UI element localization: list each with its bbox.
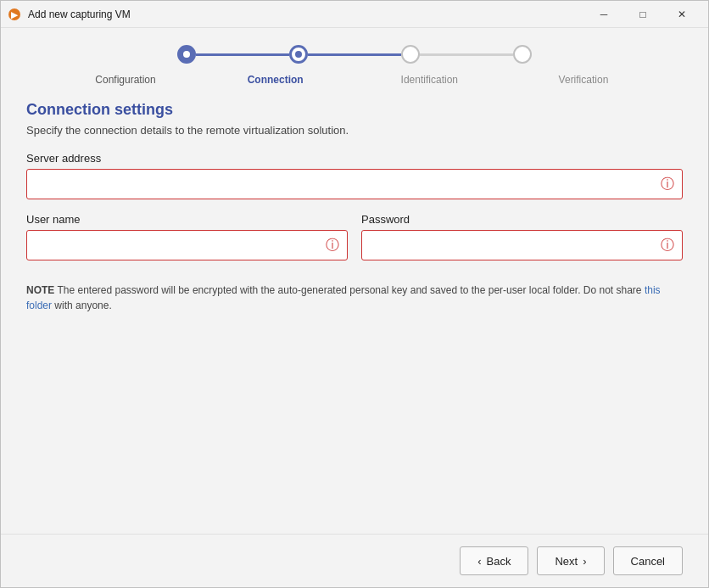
section-description: Specify the connection details to the re… (26, 124, 683, 137)
step-label-verification: Verification (550, 74, 617, 86)
password-label: Password (361, 213, 683, 226)
back-label: Back (487, 555, 511, 568)
svg-point-2 (183, 51, 190, 58)
minimize-button[interactable]: ─ (584, 1, 623, 28)
credentials-row: User name ⓘ Password ⓘ (26, 213, 683, 274)
step-verification (513, 45, 532, 64)
maximize-button[interactable]: □ (623, 1, 662, 28)
cancel-label: Cancel (631, 555, 665, 568)
step-labels-row: Configuration Connection Identification … (109, 69, 600, 86)
window-title: Add new capturing VM (28, 8, 584, 20)
password-input-wrapper: ⓘ (361, 230, 683, 260)
app-icon: ▶ (8, 8, 21, 21)
password-field-group: Password ⓘ (361, 213, 683, 260)
section-title: Connection settings (26, 101, 683, 119)
user-name-field-group: User name ⓘ (26, 213, 348, 260)
stepper (177, 45, 532, 64)
user-name-label: User name (26, 213, 348, 226)
chevron-right-icon: › (583, 555, 586, 568)
footer: ‹ Back Next › Cancel (1, 534, 708, 587)
note-suffix: with anyone. (52, 300, 112, 311)
note-label: NOTE (26, 284, 54, 296)
note-text: The entered password will be encrypted w… (54, 284, 645, 296)
svg-text:▶: ▶ (11, 10, 19, 20)
next-label: Next (555, 555, 578, 568)
next-button[interactable]: Next › (537, 546, 604, 575)
connector-2 (308, 53, 401, 56)
server-address-field-group: Server address ⓘ (26, 152, 683, 199)
server-address-input-wrapper: ⓘ (26, 169, 683, 199)
step-circle-connection (289, 45, 308, 64)
password-input[interactable] (361, 230, 683, 260)
step-circle-identification (401, 45, 420, 64)
back-button[interactable]: ‹ Back (460, 546, 528, 575)
step-label-connection: Connection (242, 74, 310, 86)
step-identification (401, 45, 420, 64)
step-label-configuration: Configuration (92, 74, 159, 86)
user-name-input-wrapper: ⓘ (26, 230, 348, 260)
connector-1 (196, 53, 289, 56)
title-bar: ▶ Add new capturing VM ─ □ ✕ (1, 1, 708, 28)
connector-3 (420, 53, 513, 56)
step-label-identification: Identification (391, 74, 467, 86)
step-circle-verification (513, 45, 532, 64)
main-content: Configuration Connection Identification … (1, 28, 708, 534)
step-connection (289, 45, 308, 64)
step-configuration (177, 45, 196, 64)
window-controls: ─ □ ✕ (584, 1, 701, 28)
main-window: ▶ Add new capturing VM ─ □ ✕ (0, 0, 709, 588)
step-circle-configuration (177, 45, 196, 64)
user-name-input[interactable] (26, 230, 348, 260)
note-section: NOTE The entered password will be encryp… (26, 283, 683, 313)
server-address-input[interactable] (26, 169, 683, 199)
server-address-label: Server address (26, 152, 683, 165)
close-button[interactable]: ✕ (662, 1, 701, 28)
chevron-left-icon: ‹ (477, 555, 481, 568)
cancel-button[interactable]: Cancel (613, 546, 683, 575)
